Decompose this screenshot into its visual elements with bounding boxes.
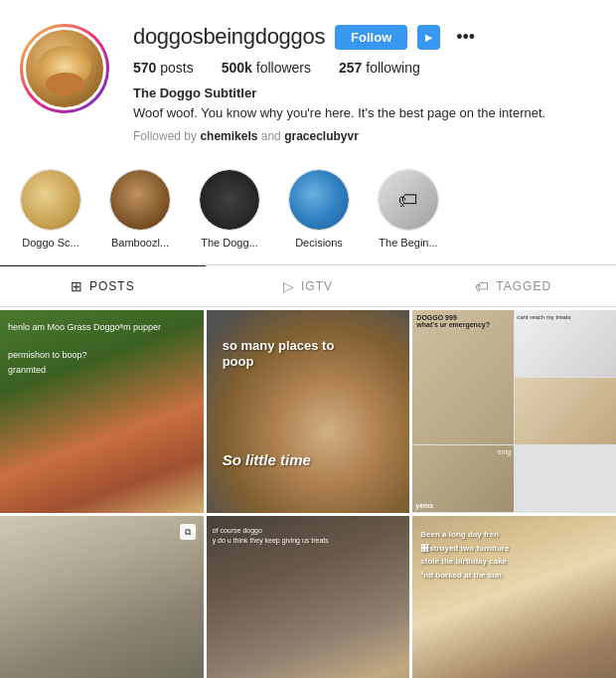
story-circle-2 — [109, 169, 171, 231]
posts-stat: 570 posts — [133, 60, 194, 76]
post-cell-5[interactable] — [207, 516, 410, 678]
post-cell-2[interactable] — [207, 310, 410, 514]
profile-top-row: doggosbeingdoggos Follow ▸ ••• — [133, 24, 596, 50]
story-thumbnail-5 — [379, 170, 438, 230]
username: doggosbeingdoggos — [133, 24, 325, 50]
multiple-images-icon: ⧉ — [180, 524, 196, 540]
story-label-4: Decisions — [295, 237, 343, 249]
story-thumbnail-2 — [110, 170, 170, 230]
bio-display-name: The Doggo Subtitler — [133, 85, 596, 100]
posts-icon: ⊞ — [71, 278, 83, 294]
story-label-1: Doggo Sc... — [22, 237, 78, 249]
tab-tagged-label: TAGGED — [496, 279, 551, 293]
followed-by-user1[interactable]: chemikels — [200, 129, 257, 143]
followed-by-prefix: Followed by — [133, 129, 197, 143]
story-item-4[interactable]: Decisions — [284, 169, 354, 249]
collage-mr — [412, 445, 514, 512]
post-cell-6[interactable] — [412, 516, 616, 678]
story-label-3: The Dogg... — [201, 237, 257, 249]
posts-grid: ⧉ — [0, 307, 616, 679]
stories-section: Doggo Sc... Bamboozl... The Dogg... Deci… — [0, 159, 616, 265]
followers-label: followers — [256, 60, 311, 76]
tab-igtv[interactable]: ▷ IGTV — [206, 265, 411, 306]
tabs-section: ⊞ POSTS ▷ IGTV 🏷 TAGGED — [0, 265, 616, 307]
story-item-1[interactable]: Doggo Sc... — [16, 169, 85, 249]
stories-row: Doggo Sc... Bamboozl... The Dogg... Deci… — [16, 169, 600, 249]
tab-posts[interactable]: ⊞ POSTS — [0, 265, 206, 306]
posts-label: posts — [160, 60, 193, 76]
avatar-ring[interactable] — [20, 24, 109, 113]
post-cell-1[interactable] — [0, 310, 204, 514]
followed-by: Followed by chemikels and graceclubyvr — [133, 129, 596, 143]
bio-description: Woof woof. You know why you're here. It'… — [133, 103, 596, 123]
tagged-icon: 🏷 — [475, 278, 490, 294]
followers-stat[interactable]: 500k followers — [222, 60, 311, 76]
story-thumbnail-1 — [21, 170, 80, 230]
post-cell-3[interactable] — [412, 310, 616, 514]
profile-header: doggosbeingdoggos Follow ▸ ••• 570 posts… — [0, 0, 616, 159]
story-circle-4 — [288, 169, 350, 231]
story-thumbnail-3 — [200, 170, 259, 230]
tab-tagged[interactable]: 🏷 TAGGED — [410, 265, 616, 306]
collage-tr — [515, 310, 616, 377]
story-label-2: Bamboozl... — [111, 237, 169, 249]
followed-by-and: and — [261, 129, 281, 143]
story-circle-3 — [199, 169, 260, 231]
profile-info: doggosbeingdoggos Follow ▸ ••• 570 posts… — [133, 24, 596, 143]
followed-by-user2[interactable]: graceclubyvr — [284, 129, 359, 143]
story-thumbnail-4 — [289, 170, 349, 230]
story-item-3[interactable]: The Dogg... — [195, 169, 264, 249]
story-circle-5 — [378, 169, 439, 231]
story-label-5: The Begin... — [379, 237, 437, 249]
following-stat[interactable]: 257 following — [339, 60, 420, 76]
message-button[interactable]: ▸ — [417, 25, 440, 50]
following-label: following — [366, 60, 419, 76]
following-count: 257 — [339, 60, 362, 76]
collage-tl — [412, 310, 514, 444]
tab-igtv-label: IGTV — [301, 279, 333, 293]
avatar-image — [26, 30, 103, 107]
followers-count: 500k — [222, 60, 252, 76]
posts-count: 570 — [133, 60, 156, 76]
story-item-2[interactable]: Bamboozl... — [105, 169, 175, 249]
more-options-button[interactable]: ••• — [450, 25, 481, 50]
follow-button[interactable]: Follow — [335, 25, 407, 50]
post-cell-4[interactable]: ⧉ — [0, 516, 204, 678]
igtv-icon: ▷ — [283, 278, 295, 294]
tab-posts-label: POSTS — [89, 279, 135, 293]
stats-row: 570 posts 500k followers 257 following — [133, 60, 596, 76]
avatar — [23, 27, 106, 110]
story-circle-1 — [20, 169, 81, 231]
story-item-5[interactable]: The Begin... — [374, 169, 443, 249]
collage-ml — [515, 378, 616, 444]
